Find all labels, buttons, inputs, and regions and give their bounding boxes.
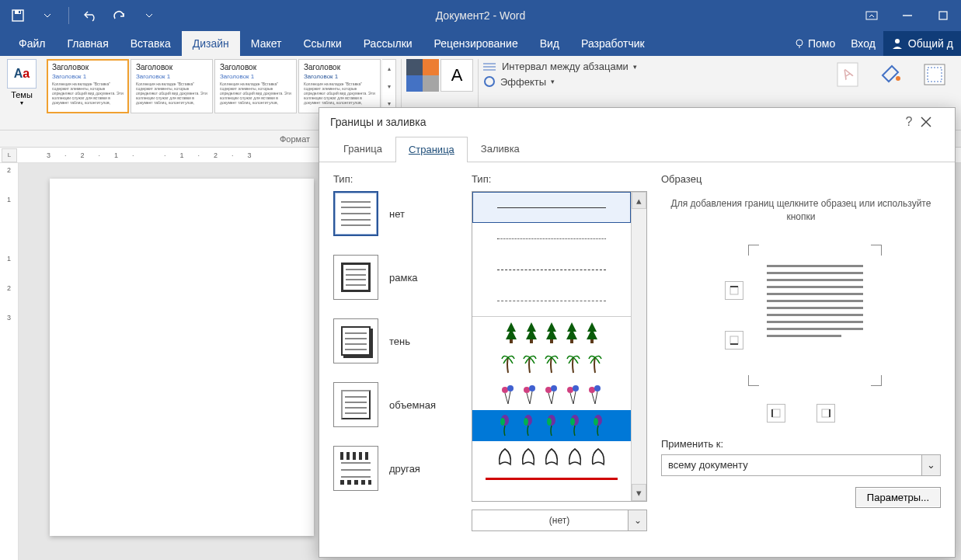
svg-point-15 <box>896 76 900 81</box>
qat-dropdown[interactable] <box>36 4 59 27</box>
save-button[interactable] <box>6 4 30 27</box>
maximize-button[interactable] <box>925 0 961 31</box>
page[interactable] <box>50 179 314 536</box>
tell-me[interactable]: Помо <box>786 31 843 56</box>
fonts-button[interactable]: А <box>440 59 473 92</box>
tab-mailings[interactable]: Рассылки <box>353 31 423 56</box>
edge-left-button[interactable] <box>767 404 785 423</box>
colors-button[interactable] <box>406 59 439 92</box>
art-combo[interactable]: (нет) ⌄ <box>472 510 647 531</box>
gallery-item[interactable]: Заголовок Заголовок 1 Коллекция на вклад… <box>47 59 129 113</box>
page-borders-button[interactable] <box>913 59 956 92</box>
vertical-ruler[interactable]: 21123 <box>0 163 19 560</box>
preview-label: Образец <box>661 173 941 185</box>
style-item[interactable] <box>472 192 631 223</box>
qat-customize[interactable] <box>138 4 161 27</box>
close-button[interactable] <box>921 117 944 127</box>
preview-page[interactable] <box>753 249 877 381</box>
chevron-down-icon[interactable]: ⌄ <box>921 455 940 475</box>
effects-button[interactable]: Эффекты ▾ <box>483 74 637 89</box>
style-scrollbar[interactable]: ▴ ▾ <box>631 192 646 501</box>
scroll-down[interactable]: ▾ <box>632 484 646 501</box>
style-list[interactable]: ▴ ▾ <box>472 191 647 502</box>
art-item-trees[interactable] <box>472 317 631 348</box>
ruler-corner: L <box>2 148 17 162</box>
svg-point-36 <box>500 418 505 426</box>
svg-point-29 <box>545 387 552 393</box>
lightbulb-icon <box>794 38 805 49</box>
quick-access-toolbar <box>0 0 161 31</box>
svg-point-42 <box>570 418 575 426</box>
art-item-balloons[interactable] <box>472 379 631 410</box>
tab-references[interactable]: Ссылки <box>292 31 352 56</box>
paragraph-spacing-button[interactable]: Интервал между абзацами ▾ <box>483 59 637 74</box>
svg-point-31 <box>567 387 573 393</box>
svg-point-12 <box>485 77 494 86</box>
share-button[interactable]: Общий д <box>883 31 961 56</box>
undo-button[interactable] <box>78 4 102 27</box>
tab-home[interactable]: Главная <box>56 31 119 56</box>
doc-formatting-gallery[interactable]: Заголовок Заголовок 1 Коллекция на вклад… <box>47 59 396 113</box>
preview-hint: Для добавления границ щелкните образец и… <box>661 197 941 224</box>
svg-point-28 <box>529 385 535 391</box>
window-controls <box>854 0 961 31</box>
svg-point-25 <box>502 387 508 393</box>
svg-rect-3 <box>866 12 877 19</box>
tab-view[interactable]: Вид <box>529 31 570 56</box>
svg-rect-45 <box>730 287 738 294</box>
page-color-button[interactable] <box>869 59 913 92</box>
art-item-palms[interactable] <box>472 348 631 379</box>
setting-custom[interactable]: другая <box>333 446 458 491</box>
tab-page-border[interactable]: Страница <box>395 137 468 162</box>
chevron-down-icon[interactable]: ⌄ <box>628 510 646 530</box>
window-title: Документ2 - Word <box>436 9 526 22</box>
tab-file[interactable]: Файл <box>8 31 56 56</box>
tab-layout[interactable]: Макет <box>240 31 293 56</box>
tab-design[interactable]: Дизайн <box>182 31 240 56</box>
help-button[interactable]: ? <box>897 115 921 129</box>
svg-point-6 <box>796 40 803 46</box>
svg-point-32 <box>573 385 579 391</box>
themes-button[interactable]: Aа Темы ▾ <box>5 59 39 106</box>
svg-point-34 <box>594 385 601 391</box>
ribbon-display-options[interactable] <box>854 0 890 31</box>
setting-box[interactable]: рамка <box>333 255 458 300</box>
svg-rect-5 <box>939 12 947 19</box>
minimize-button[interactable] <box>890 0 925 31</box>
edge-bottom-button[interactable] <box>725 331 743 350</box>
edge-right-button[interactable] <box>817 404 835 423</box>
style-item[interactable] <box>472 254 631 285</box>
tab-developer[interactable]: Разработчик <box>570 31 656 56</box>
style-label: Тип: <box>472 173 647 185</box>
redo-button[interactable] <box>108 4 131 27</box>
signin-button[interactable]: Вход <box>843 31 883 56</box>
art-item-flowers[interactable] <box>472 410 631 441</box>
svg-point-30 <box>551 385 557 391</box>
svg-point-33 <box>589 387 595 393</box>
scroll-up[interactable]: ▴ <box>632 192 646 209</box>
setting-3d[interactable]: объемная <box>333 382 458 427</box>
style-item[interactable] <box>472 285 631 316</box>
svg-point-26 <box>507 385 514 391</box>
watermark-button[interactable]: A <box>826 59 869 92</box>
close-icon <box>921 117 931 127</box>
gallery-item[interactable]: Заголовок Заголовок 1 Коллекция на вклад… <box>214 59 297 113</box>
setting-shadow[interactable]: тень <box>333 318 458 363</box>
gallery-item[interactable]: Заголовок Заголовок 1 Коллекция на вклад… <box>131 59 213 113</box>
style-item[interactable] <box>472 223 631 254</box>
person-icon <box>891 37 904 50</box>
gallery-more[interactable]: ▴▾▾ <box>382 59 396 113</box>
effects-icon <box>483 75 496 88</box>
tab-shading[interactable]: Заливка <box>468 136 533 162</box>
tab-insert[interactable]: Вставка <box>120 31 182 56</box>
apply-to-combo[interactable]: всему документу ⌄ <box>661 454 941 476</box>
edge-top-button[interactable] <box>725 281 743 300</box>
tab-review[interactable]: Рецензирование <box>423 31 529 56</box>
svg-point-8 <box>895 39 900 43</box>
art-item-leaves[interactable] <box>472 441 631 472</box>
setting-none[interactable]: нет <box>333 191 458 236</box>
gallery-item[interactable]: Заголовок Заголовок 1 Коллекция на вклад… <box>298 59 381 113</box>
spacing-icon <box>483 61 497 72</box>
tab-border[interactable]: Граница <box>330 136 395 162</box>
options-button[interactable]: Параметры... <box>855 487 941 508</box>
